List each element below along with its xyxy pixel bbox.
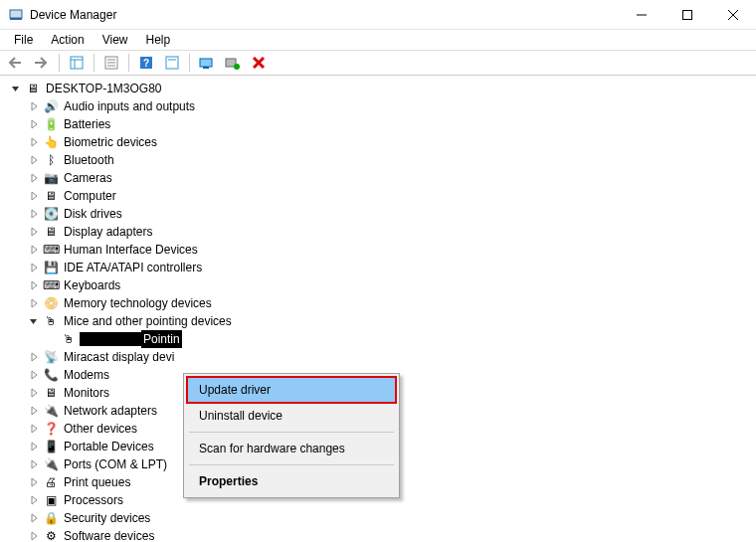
tree-category-label: Display adapters (62, 223, 154, 241)
expand-icon[interactable] (26, 206, 42, 222)
expand-icon[interactable] (26, 528, 42, 542)
svg-rect-6 (71, 57, 83, 69)
update-driver-button[interactable] (195, 52, 219, 74)
disable-device-button[interactable] (247, 52, 271, 74)
expand-icon[interactable] (26, 367, 42, 383)
network-icon: 🔌 (42, 403, 60, 419)
forward-button[interactable] (30, 52, 54, 74)
tree-category[interactable]: 📡Miracast display devi (8, 348, 756, 366)
tree-category[interactable]: 🖱Mice and other pointing devices (8, 312, 756, 330)
tree-device[interactable]: 🖱Pointin (8, 330, 756, 348)
tree-category[interactable]: 🔋Batteries (8, 115, 756, 133)
expand-icon[interactable] (26, 439, 42, 454)
menu-action[interactable]: Action (43, 31, 92, 49)
ctx-scan-hardware[interactable]: Scan for hardware changes (187, 436, 396, 461)
svg-rect-1 (10, 18, 22, 20)
expand-icon[interactable] (26, 277, 42, 293)
expand-icon[interactable] (26, 242, 42, 258)
expand-icon[interactable] (26, 474, 42, 490)
expand-icon[interactable] (26, 152, 42, 168)
expand-spacer (44, 331, 60, 347)
tree-category-label: Modems (62, 366, 111, 384)
expand-icon[interactable] (26, 492, 42, 508)
tree-category-label: Miracast display devi (62, 348, 176, 366)
ctx-properties[interactable]: Properties (187, 468, 396, 494)
window-controls (619, 0, 756, 30)
back-button[interactable] (4, 52, 28, 74)
tree-category-label: Monitors (62, 384, 111, 402)
tree-category-label: IDE ATA/ATAPI controllers (62, 259, 204, 276)
tree-category[interactable]: 🖥Display adapters (8, 223, 756, 241)
window-title: Device Manager (30, 8, 619, 22)
expand-icon[interactable] (26, 98, 42, 114)
titlebar: Device Manager (0, 0, 756, 30)
expand-icon[interactable] (26, 313, 42, 329)
minimize-button[interactable] (619, 0, 664, 30)
toolbar-separator (94, 54, 94, 72)
tree-category[interactable]: 📀Memory technology devices (8, 294, 756, 312)
tree-category-label: Bluetooth (62, 151, 116, 169)
help-button[interactable]: ? (134, 52, 158, 74)
menu-file[interactable]: File (6, 31, 41, 49)
monitor-icon: 🖥 (42, 385, 60, 401)
cpu-icon: ▣ (42, 492, 60, 508)
tree-category[interactable]: 💾IDE ATA/ATAPI controllers (8, 259, 756, 276)
toolbar-separator (189, 54, 190, 72)
expand-icon[interactable] (26, 403, 42, 419)
tree-device-label: Pointin (141, 330, 182, 348)
keyboard-icon: ⌨ (42, 277, 60, 293)
tree-category[interactable]: 👆Biometric devices (8, 133, 756, 151)
svg-point-20 (234, 64, 240, 70)
ctx-update-driver[interactable]: Update driver (187, 377, 396, 403)
expand-icon[interactable] (26, 349, 42, 365)
tree-root[interactable]: 🖥DESKTOP-1M3OG80 (8, 80, 756, 97)
expand-icon[interactable] (26, 188, 42, 204)
tree-category[interactable]: 🖥Computer (8, 187, 756, 205)
expand-icon[interactable] (26, 134, 42, 150)
tree-category[interactable]: 📷Cameras (8, 169, 756, 187)
tree-category[interactable]: ⌨Keyboards (8, 276, 756, 294)
menu-view[interactable]: View (94, 31, 136, 49)
tree-category-label: Computer (62, 187, 118, 205)
svg-rect-18 (203, 67, 209, 69)
ctx-separator (189, 464, 394, 465)
close-button[interactable] (710, 0, 756, 30)
expand-icon[interactable] (26, 260, 42, 275)
expand-icon[interactable] (26, 421, 42, 437)
tree-category[interactable]: 🔊Audio inputs and outputs (8, 97, 756, 115)
expand-icon[interactable] (26, 295, 42, 311)
tree-category[interactable]: 🔒Security devices (8, 509, 756, 527)
toolbar-separator (59, 54, 60, 72)
scan-hardware-button[interactable] (160, 52, 184, 74)
tree-category-label: Other devices (62, 420, 139, 438)
toolbar-separator (128, 54, 129, 72)
expand-icon[interactable] (26, 224, 42, 240)
display-icon: 🖥 (42, 224, 60, 240)
expand-icon[interactable] (8, 81, 24, 96)
show-hide-tree-button[interactable] (65, 52, 89, 74)
battery-icon: 🔋 (42, 116, 60, 132)
tree-category[interactable]: ᛒBluetooth (8, 151, 756, 169)
expand-icon[interactable] (26, 385, 42, 401)
mouse-icon: 🖱 (42, 313, 60, 329)
tree-category[interactable]: ⚙Software devices (8, 527, 756, 542)
tree-category-label: Portable Devices (62, 438, 156, 455)
uninstall-device-button[interactable] (221, 52, 245, 74)
tree-category[interactable]: ⌨Human Interface Devices (8, 241, 756, 259)
app-icon (8, 7, 24, 23)
expand-icon[interactable] (26, 116, 42, 132)
ide-icon: 💾 (42, 260, 60, 275)
maximize-button[interactable] (664, 0, 710, 30)
tree-category-label: Human Interface Devices (62, 241, 200, 259)
tree-category[interactable]: 💽Disk drives (8, 205, 756, 223)
properties-button[interactable] (99, 52, 123, 74)
menubar: File Action View Help (0, 30, 756, 50)
expand-icon[interactable] (26, 510, 42, 526)
svg-text:?: ? (143, 58, 149, 69)
tree-root-label: DESKTOP-1M3OG80 (44, 80, 163, 97)
mouse-icon: 🖱 (60, 331, 78, 347)
expand-icon[interactable] (26, 456, 42, 472)
ctx-uninstall-device[interactable]: Uninstall device (187, 403, 396, 429)
menu-help[interactable]: Help (138, 31, 179, 49)
expand-icon[interactable] (26, 170, 42, 186)
